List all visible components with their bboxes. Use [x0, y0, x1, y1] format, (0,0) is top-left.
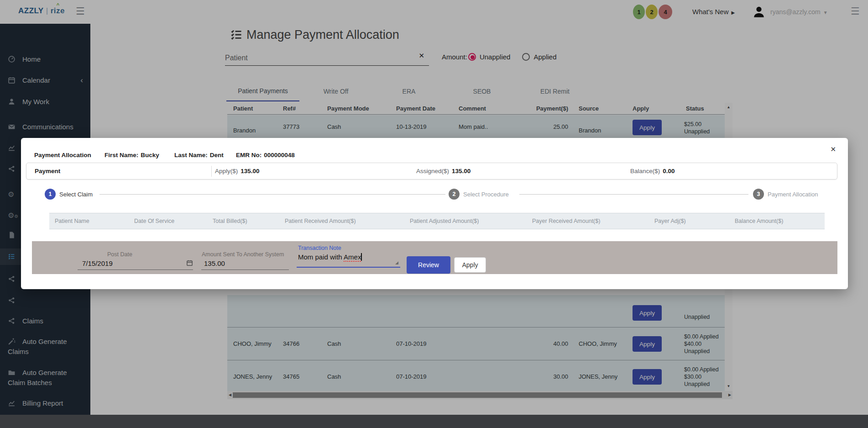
column-header-payer-adj: Payer Adj($): [654, 218, 686, 224]
claims-table-header: Patient Name Date Of Service Total Bille…: [49, 213, 825, 229]
step-3-circle: 3: [753, 189, 764, 200]
step-1-label: Select Claim: [59, 191, 93, 198]
step-3-label: Payment Allocation: [768, 191, 818, 198]
payment-allocation-modal: ✕ Payment Allocation First Name:Bucky La…: [21, 138, 848, 289]
textarea-resize-handle-icon[interactable]: ◢: [395, 260, 398, 265]
transaction-note-underline: [297, 267, 400, 268]
transaction-note-label: Transaction Note: [298, 245, 341, 251]
amount-sent-label: Amount Sent To Another System: [202, 251, 284, 258]
text-cursor: [361, 253, 362, 261]
column-header-patient-received: Patient Received Amount($): [285, 218, 356, 224]
step-2-circle: 2: [449, 189, 460, 200]
summary-apply: Apply($)135.00: [215, 168, 260, 174]
spellcheck-flagged-word: Amex: [344, 253, 361, 262]
column-header-patient-adjusted: Patient Adjusted Amount($): [410, 218, 479, 224]
payment-summary-panel: Payment Apply($)135.00 Assigned($)135.00…: [26, 163, 837, 180]
last-name-field: Last Name:Dent: [174, 152, 224, 159]
transaction-note-input[interactable]: Mom paid with Amex: [298, 253, 362, 261]
step-connector: [519, 194, 748, 195]
emr-no-field: EMR No:000000048: [236, 152, 295, 159]
post-date-value[interactable]: 7/15/2019: [82, 259, 113, 267]
summary-assigned: Assigned($)135.00: [416, 168, 471, 174]
column-header-total-billed: Total Billed($): [213, 218, 247, 224]
column-header-date-of-service: Date Of Service: [134, 218, 174, 224]
modal-apply-button[interactable]: Apply: [454, 257, 486, 273]
first-name-field: First Name:Bucky: [105, 152, 159, 159]
post-date-label: Post Date: [107, 251, 132, 258]
column-header-patient-name: Patient Name: [55, 218, 89, 224]
post-date-underline: [78, 269, 193, 270]
summary-balance: Balance($)0.00: [630, 168, 675, 174]
amount-sent-underline: [201, 269, 289, 270]
review-button[interactable]: Review: [407, 256, 450, 274]
app-screen: AZZLY|rize^ ☰ 1 2 4 What's New▶ ryans@az…: [0, 0, 868, 428]
calendar-icon[interactable]: [186, 259, 193, 266]
column-header-balance-amount: Balance Amount($): [735, 218, 783, 224]
step-1-circle: 1: [45, 189, 56, 200]
modal-title: Payment Allocation: [34, 152, 91, 159]
amount-sent-value[interactable]: 135.00: [204, 259, 225, 267]
modal-close-icon[interactable]: ✕: [830, 145, 836, 153]
step-connector: [99, 194, 445, 195]
step-2-label: Select Procedure: [463, 191, 509, 198]
allocation-form-strip: Post Date 7/15/2019 Amount Sent To Anoth…: [32, 241, 837, 274]
column-header-payer-received: Payer Received Amount($): [532, 218, 600, 224]
divider: [211, 166, 212, 177]
summary-title: Payment: [35, 168, 60, 174]
